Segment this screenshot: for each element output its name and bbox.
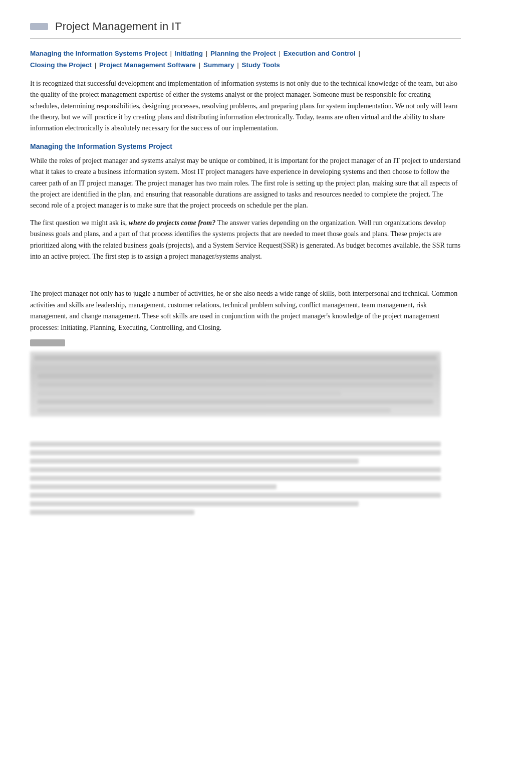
section1-paragraph3: The project manager not only has to jugg… xyxy=(30,288,461,333)
header-icon xyxy=(30,23,48,30)
paragraph2-bold-italic: where do projects come from? xyxy=(129,219,215,227)
nav-sep-1: | xyxy=(170,50,174,57)
blurred-line-7 xyxy=(30,493,441,498)
spacer-1 xyxy=(30,268,461,278)
nav-link-closing[interactable]: Closing the Project xyxy=(30,61,92,69)
nav-link-initiating[interactable]: Initiating xyxy=(175,50,203,57)
nav-sep-6: | xyxy=(199,61,202,69)
spacer-3 xyxy=(30,432,461,442)
blurred-line-2 xyxy=(30,450,441,455)
page-header: Project Management in IT xyxy=(30,20,461,39)
blurred-image-1 xyxy=(30,351,441,417)
nav-link-studytools[interactable]: Study Tools xyxy=(241,61,280,69)
nav-sep-4: | xyxy=(358,50,360,57)
spacer-2 xyxy=(30,278,461,288)
section1-paragraph2: The first question we might ask is, wher… xyxy=(30,218,461,263)
blurred-line-3 xyxy=(30,459,359,464)
nav-links: Managing the Information Systems Project… xyxy=(30,48,461,71)
blurred-icon xyxy=(30,339,65,346)
section1-paragraph1: While the roles of project manager and s… xyxy=(30,155,461,212)
blurred-line-6 xyxy=(30,484,277,489)
blurred-line-8 xyxy=(30,501,359,506)
nav-link-execution[interactable]: Execution and Control xyxy=(284,50,356,57)
intro-paragraph: It is recognized that successful develop… xyxy=(30,78,461,134)
nav-link-managing[interactable]: Managing the Information Systems Project xyxy=(30,50,167,57)
nav-sep-3: | xyxy=(279,50,282,57)
nav-sep-2: | xyxy=(206,50,209,57)
blurred-line-4 xyxy=(30,467,441,472)
section1-heading: Managing the Information Systems Project xyxy=(30,142,461,150)
nav-link-planning[interactable]: Planning the Project xyxy=(210,50,276,57)
blurred-line-9 xyxy=(30,510,194,515)
nav-link-summary[interactable]: Summary xyxy=(203,61,234,69)
blurred-line-1 xyxy=(30,442,441,447)
blurred-text-block xyxy=(30,442,441,515)
page-title: Project Management in IT xyxy=(55,20,181,33)
blurred-line-5 xyxy=(30,476,441,481)
paragraph2-before-bold: The first question we might ask is, xyxy=(30,219,129,227)
nav-sep-7: | xyxy=(237,61,240,69)
nav-link-software[interactable]: Project Management Software xyxy=(99,61,196,69)
nav-sep-5: | xyxy=(95,61,98,69)
